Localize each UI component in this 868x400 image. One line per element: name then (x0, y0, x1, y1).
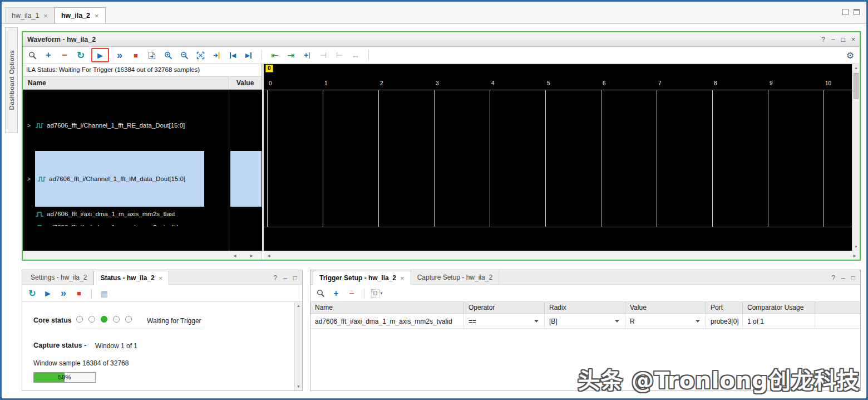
close-icon[interactable]: × (851, 36, 855, 43)
signal-label: ad7606_fft_i/Channel_1_fft_IM_data_Dout[… (49, 175, 185, 182)
header-radix[interactable]: Radix (545, 302, 625, 314)
help-icon[interactable]: ? (273, 274, 277, 282)
float-icon[interactable]: □ (851, 274, 855, 282)
run-trigger-icon[interactable]: ▶ (42, 287, 54, 300)
status-tabstrip: Settings - hw_ila_2 Status - hw_ila_2 × … (22, 270, 302, 285)
expand-icon[interactable]: > (27, 176, 34, 182)
settings-gear-icon[interactable]: ⚙ (844, 49, 856, 61)
dashboard-options-tab[interactable]: Dashboard Options (5, 27, 18, 133)
header-name[interactable]: Name (310, 302, 464, 314)
header-value[interactable]: Value (625, 302, 706, 314)
tab-hw-ila-1[interactable]: hw_ila_1 × (5, 7, 55, 23)
scroll-down-icon[interactable]: ▾ (295, 383, 302, 391)
float-icon[interactable]: □ (293, 274, 297, 282)
run-trigger-icon[interactable]: ▶ (94, 49, 106, 61)
trigger-toolbar: + − D▾ (310, 285, 860, 302)
panel-controls: ? – □ (831, 274, 855, 282)
scroll-down-icon[interactable]: ▾ (852, 243, 860, 251)
timeline-ruler[interactable]: 012345678910 (264, 79, 852, 90)
previous-transition-icon[interactable]: ⇤ (269, 49, 281, 61)
name-horizontal-scrollbar[interactable]: ◂ ▸ (23, 251, 262, 260)
expand-icon[interactable]: > (27, 123, 34, 129)
scroll-right-icon[interactable]: ▸ (851, 251, 859, 260)
zoom-between-markers-icon[interactable]: ↔ (349, 49, 362, 61)
radix-dropdown[interactable]: [B] (545, 314, 625, 328)
scroll-right-icon[interactable]: ▸ (248, 251, 255, 260)
waveform-titlebar[interactable]: Waveform - hw_ila_2 ? – □ × (23, 32, 860, 47)
run-trigger-immediate-icon[interactable]: » (114, 49, 126, 61)
waveform-horizontal-scrollbar[interactable]: ◂ ▸ (264, 251, 860, 260)
close-icon[interactable]: × (400, 274, 405, 282)
timeline-tick-label: 9 (770, 80, 773, 86)
run-trigger-immediate-icon[interactable]: » (57, 287, 70, 300)
value-dropdown[interactable]: R (625, 314, 706, 328)
timeline-tick-label: 4 (491, 80, 495, 86)
layout-grid-icon[interactable]: ▦ (98, 287, 110, 300)
trigger-marker-label[interactable]: 0 (265, 65, 273, 72)
minimize-icon[interactable]: – (283, 274, 287, 282)
signal-row-re-data[interactable]: > ad7606_fft_i/Channel_1_fft_RE_data_Dou… (23, 100, 229, 151)
rerun-trigger-icon[interactable]: ↻ (75, 49, 87, 61)
scroll-left-icon[interactable]: ◂ (265, 251, 273, 260)
search-icon[interactable] (314, 287, 327, 300)
header-port[interactable]: Port (706, 302, 743, 314)
capture-status-label: Capture status - (33, 342, 86, 349)
stop-trigger-icon[interactable]: ■ (73, 287, 85, 300)
refresh-icon[interactable]: ↻ (26, 287, 38, 300)
scroll-up-icon[interactable]: ▴ (295, 302, 302, 310)
minimize-icon[interactable]: – (831, 36, 835, 43)
tab-trigger-setup[interactable]: Trigger Setup - hw_ila_2 × (313, 271, 411, 285)
tab-capture-setup[interactable]: Capture Setup - hw_ila_2 (411, 270, 499, 285)
add-marker-icon[interactable]: + (301, 49, 313, 61)
scrollbar-thumb[interactable] (854, 73, 859, 99)
remove-probe-icon[interactable]: − (346, 287, 358, 300)
waveform-display[interactable]: 0 012345678910 (264, 64, 852, 251)
zoom-in-icon[interactable] (162, 49, 174, 61)
timeline-gridline (378, 90, 379, 227)
signal-row-tvalid[interactable]: ad7606_fft_i/axi_dma_1_m_axis_mm2s_tvali… (23, 221, 229, 226)
tab-settings[interactable]: Settings - hw_ila_2 (24, 270, 93, 285)
header-operator[interactable]: Operator (464, 302, 545, 314)
zoom-fit-icon[interactable] (194, 49, 206, 61)
window-controls (842, 9, 860, 15)
trigger-condition-icon[interactable]: D▾ (371, 287, 383, 300)
value-column-header[interactable]: Value (236, 79, 254, 87)
close-icon[interactable]: × (159, 274, 163, 282)
vertical-scrollbar[interactable]: ▴ ▾ (852, 64, 860, 251)
stop-trigger-icon[interactable]: ■ (130, 49, 142, 61)
timeline-gridline (490, 90, 490, 227)
remove-probe-icon[interactable]: − (58, 49, 71, 61)
zoom-to-cursor-icon[interactable] (210, 49, 223, 61)
column-splitter[interactable] (229, 76, 229, 90)
minimize-icon[interactable]: – (841, 274, 845, 282)
next-transition-icon[interactable]: ⇥ (285, 49, 297, 61)
float-window-icon[interactable] (842, 9, 849, 15)
goto-start-icon[interactable]: ◀ (226, 49, 239, 61)
next-marker-icon[interactable]: ⊢ (333, 49, 346, 61)
search-icon[interactable] (26, 49, 38, 61)
close-icon[interactable]: × (95, 12, 99, 20)
tab-label: Trigger Setup - hw_ila_2 (319, 274, 396, 282)
zoom-out-icon[interactable] (178, 49, 190, 61)
signal-row-tlast[interactable]: ad7606_fft_i/axi_dma_1_m_axis_mm2s_tlast (23, 208, 229, 220)
previous-marker-icon[interactable]: ⊣ (317, 49, 329, 61)
float-icon[interactable]: □ (841, 36, 845, 43)
close-icon[interactable]: × (43, 12, 48, 20)
export-ila-data-icon[interactable] (146, 49, 158, 61)
help-icon[interactable]: ? (821, 36, 825, 43)
operator-dropdown[interactable]: == (464, 314, 545, 328)
help-icon[interactable]: ? (831, 274, 835, 282)
vertical-scrollbar[interactable]: ▴ ▾ (294, 302, 302, 391)
header-comparator-usage[interactable]: Comparator Usage (743, 302, 815, 314)
scroll-up-icon[interactable]: ▴ (852, 64, 860, 72)
goto-end-icon[interactable]: ▶ (243, 49, 255, 61)
add-probe-icon[interactable]: + (42, 49, 55, 61)
tab-status[interactable]: Status - hw_ila_2 × (93, 271, 169, 285)
signal-row-im-data[interactable]: > ad7606_fft_i/Channel_1_fft_IM_data_Dou… (23, 151, 229, 207)
tab-hw-ila-2[interactable]: hw_ila_2 × (55, 7, 106, 23)
scroll-left-icon[interactable]: ◂ (231, 251, 239, 260)
trigger-table-row[interactable]: ad7606_fft_i/axi_dma_1_m_axis_mm2s_tvali… (310, 314, 860, 329)
maximize-window-icon[interactable] (854, 9, 860, 15)
add-probe-icon[interactable]: + (330, 287, 342, 300)
name-column-header[interactable]: Name (28, 79, 46, 87)
